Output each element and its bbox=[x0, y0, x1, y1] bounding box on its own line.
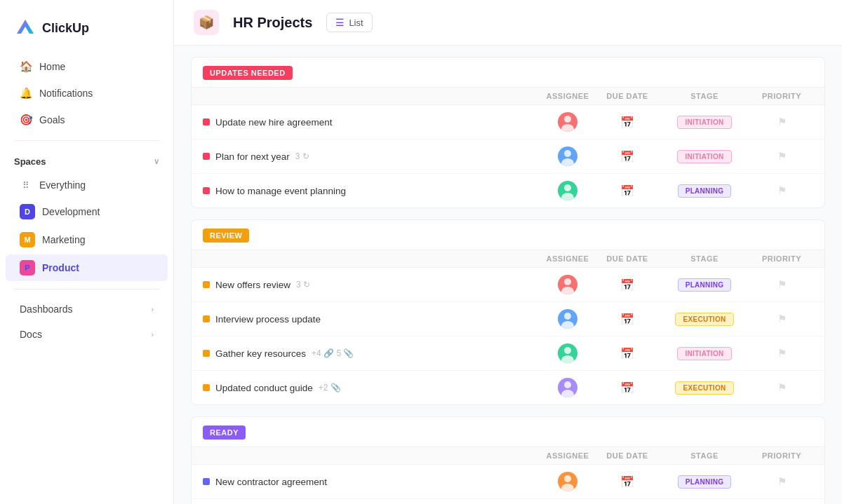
assignee-cell bbox=[540, 275, 596, 294]
date-cell[interactable]: 📅 bbox=[596, 116, 659, 129]
task-dot-icon bbox=[203, 315, 210, 322]
task-label[interactable]: Plan for next year bbox=[215, 151, 290, 162]
date-cell[interactable]: 📅 bbox=[596, 150, 659, 163]
avatar bbox=[558, 309, 577, 329]
sidebar-item-development[interactable]: D Development bbox=[6, 198, 168, 225]
stage-cell: PLANNING bbox=[659, 475, 750, 489]
task-label[interactable]: Gather key resources bbox=[215, 348, 306, 359]
sidebar-item-docs[interactable]: Docs › bbox=[6, 322, 168, 346]
task-label[interactable]: Interview process update bbox=[215, 314, 321, 325]
task-label[interactable]: New offers review bbox=[215, 280, 290, 290]
svg-point-14 bbox=[561, 390, 574, 397]
assignee-cell bbox=[540, 181, 596, 200]
avatar bbox=[558, 112, 577, 132]
calendar-icon: 📅 bbox=[620, 381, 634, 395]
table-row: Gather key resources +4 🔗 5 📎 📅 IN bbox=[192, 336, 824, 371]
priority-flag-icon: ⚑ bbox=[777, 347, 787, 360]
date-cell[interactable]: 📅 bbox=[596, 313, 659, 326]
svg-point-4 bbox=[561, 158, 574, 166]
development-badge: D bbox=[20, 204, 35, 219]
avatar-img bbox=[558, 275, 577, 294]
list-view-label: List bbox=[349, 18, 363, 28]
avatar bbox=[558, 378, 577, 397]
stage-cell: PLANNING bbox=[659, 184, 750, 198]
task-meta: 3 ↻ bbox=[295, 151, 309, 161]
th-priority-1: PRIORITY bbox=[750, 92, 813, 100]
priority-cell[interactable]: ⚑ bbox=[750, 278, 813, 291]
calendar-icon: 📅 bbox=[620, 475, 634, 489]
sidebar-item-goals[interactable]: 🎯 Goals bbox=[6, 107, 168, 132]
svg-point-3 bbox=[564, 150, 571, 157]
section-ready: READY ASSIGNEE DUE DATE STAGE PRIORITY N… bbox=[191, 416, 825, 504]
priority-cell[interactable]: ⚑ bbox=[750, 184, 813, 197]
date-cell[interactable]: 📅 bbox=[596, 347, 659, 360]
task-meta: 3 ↻ bbox=[296, 280, 310, 290]
stage-badge: PLANNING bbox=[678, 475, 732, 489]
sidebar-item-notifications[interactable]: 🔔 Notifications bbox=[6, 81, 168, 106]
task-label[interactable]: New contractor agreement bbox=[215, 477, 327, 487]
date-cell[interactable]: 📅 bbox=[596, 278, 659, 292]
stage-cell: EXECUTION bbox=[659, 313, 750, 326]
priority-cell[interactable]: ⚑ bbox=[750, 381, 813, 394]
task-dot-icon bbox=[203, 281, 210, 288]
stage-badge: EXECUTION bbox=[675, 381, 733, 395]
docs-label: Docs bbox=[20, 329, 42, 340]
assignee-cell bbox=[540, 147, 596, 166]
calendar-icon: 📅 bbox=[620, 278, 634, 292]
spaces-label: Spaces bbox=[14, 156, 46, 167]
date-cell[interactable]: 📅 bbox=[596, 184, 659, 198]
svg-point-1 bbox=[564, 116, 571, 123]
assignee-cell bbox=[540, 309, 596, 329]
priority-cell[interactable]: ⚑ bbox=[750, 475, 813, 488]
task-dot-icon bbox=[203, 478, 210, 485]
priority-cell[interactable]: ⚑ bbox=[750, 347, 813, 360]
product-label: Product bbox=[42, 262, 79, 273]
priority-cell[interactable]: ⚑ bbox=[750, 116, 813, 128]
task-label[interactable]: Updated conduct guide bbox=[215, 383, 313, 393]
spaces-section-header: Spaces ∨ bbox=[0, 151, 173, 172]
avatar-img bbox=[558, 472, 577, 491]
assignee-cell bbox=[540, 378, 596, 397]
sidebar-item-marketing[interactable]: M Marketing bbox=[6, 226, 168, 253]
task-label[interactable]: Update new hire agreement bbox=[215, 117, 333, 128]
list-view-button[interactable]: ☰ List bbox=[326, 13, 372, 32]
goals-icon: 🎯 bbox=[20, 114, 32, 126]
priority-cell[interactable]: ⚑ bbox=[750, 150, 813, 163]
svg-point-15 bbox=[564, 475, 571, 482]
section-header-updates: UPDATES NEEDED bbox=[192, 57, 824, 87]
avatar-img bbox=[558, 112, 577, 132]
spaces-chevron-icon[interactable]: ∨ bbox=[154, 157, 159, 166]
app-name: ClickUp bbox=[42, 21, 89, 36]
home-icon: 🏠 bbox=[20, 60, 32, 73]
project-icon: 📦 bbox=[194, 10, 219, 35]
docs-chevron-icon: › bbox=[151, 330, 154, 339]
calendar-icon: 📅 bbox=[620, 347, 634, 360]
sidebar-item-product[interactable]: P Product bbox=[6, 254, 168, 281]
avatar bbox=[558, 275, 577, 294]
stage-cell: EXECUTION bbox=[659, 381, 750, 395]
date-cell[interactable]: 📅 bbox=[596, 381, 659, 395]
avatar bbox=[558, 472, 577, 491]
task-name: How to manage event planning bbox=[203, 186, 540, 196]
date-cell[interactable]: 📅 bbox=[596, 475, 659, 489]
avatar-img bbox=[558, 343, 577, 363]
svg-marker-0 bbox=[17, 20, 34, 34]
sidebar-item-everything[interactable]: ⠿ Everything bbox=[6, 173, 168, 197]
th-duedate-1: DUE DATE bbox=[596, 92, 659, 100]
dashboards-chevron-icon: › bbox=[151, 305, 154, 313]
stage-badge: PLANNING bbox=[678, 278, 732, 292]
table-row: Update new hire agreement 📅 INITIATION bbox=[192, 105, 824, 139]
th-stage-3: STAGE bbox=[659, 451, 750, 460]
th-assignee-1: ASSIGNEE bbox=[540, 92, 596, 100]
stage-cell: INITIATION bbox=[659, 347, 750, 360]
stage-cell: PLANNING bbox=[659, 278, 750, 292]
logo-area: ClickUp bbox=[0, 11, 173, 53]
priority-cell[interactable]: ⚑ bbox=[750, 313, 813, 325]
sidebar-item-dashboards[interactable]: Dashboards › bbox=[6, 297, 168, 321]
section-header-ready: READY bbox=[192, 417, 824, 447]
task-label[interactable]: How to manage event planning bbox=[215, 186, 346, 196]
svg-point-8 bbox=[561, 287, 574, 294]
sidebar: ClickUp 🏠 Home 🔔 Notifications 🎯 Goals S… bbox=[0, 0, 174, 504]
sidebar-item-home[interactable]: 🏠 Home bbox=[6, 54, 168, 79]
avatar-img bbox=[558, 378, 577, 397]
